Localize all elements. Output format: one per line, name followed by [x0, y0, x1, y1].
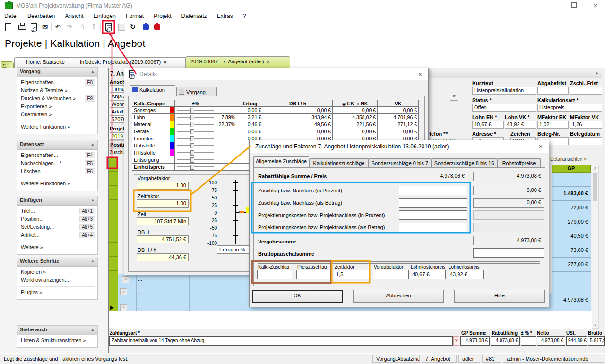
sidebar-item-eigenschaften[interactable]: Eigenschaften...F8 — [17, 79, 97, 87]
menu-bearbeiten[interactable]: Bearbeiten — [23, 11, 59, 21]
firma-field[interactable]: Firma — [110, 85, 126, 93]
percent-slider[interactable] — [175, 156, 216, 164]
lohnerloespreis-input[interactable]: 43,92 € — [448, 270, 484, 279]
gp-cell[interactable] — [552, 286, 591, 293]
sidebar-item-titel[interactable]: Titel...Alt+1 — [17, 208, 97, 216]
percent-slider[interactable] — [175, 121, 216, 128]
collapse-icon[interactable]: ▲ — [91, 69, 95, 74]
tab-kalkulation[interactable]: Kalkulation — [130, 85, 175, 96]
vorgabefaktor-field[interactable]: 1,00 — [137, 182, 189, 190]
plugin-blue-icon[interactable] — [141, 22, 151, 32]
zeit-field[interactable]: 107 Std 7 Min — [137, 217, 189, 225]
zeitfaktor-field[interactable]: 1,00 — [137, 199, 189, 208]
expand-button[interactable]: » — [122, 276, 129, 283]
gp-cell[interactable] — [552, 272, 591, 286]
redo-icon[interactable]: ↷ — [64, 22, 75, 32]
zuschlaege-row-label[interactable]: Zuschlä — [110, 150, 124, 155]
percent-slider[interactable] — [175, 149, 216, 156]
sidebar-item-plugins[interactable]: Plugins » — [17, 289, 97, 297]
mfaktor-ek-field[interactable]: 1,02 — [537, 121, 569, 129]
percent-slider[interactable] — [175, 164, 216, 171]
strasse-field[interactable]: Wohnu — [110, 100, 126, 108]
gp-cell[interactable]: 1.483,00 € — [552, 187, 591, 201]
sidebar-item-weitere[interactable]: Weitere » — [17, 244, 97, 252]
menu-format[interactable]: Format — [121, 11, 148, 21]
new-document-icon[interactable] — [3, 22, 13, 32]
refresh-icon[interactable]: ↻ — [128, 22, 138, 32]
gp-cell[interactable]: 279,00 € — [552, 215, 591, 229]
netto-field[interactable]: 4.973,08 € — [537, 336, 565, 346]
menu-ansicht[interactable]: Ansicht — [60, 11, 87, 21]
menu-datei[interactable]: Datei — [0, 11, 22, 21]
menu-einfuegen[interactable]: Einfügen — [89, 11, 120, 21]
sidebar-item-exportieren[interactable]: Exportieren » — [17, 103, 97, 111]
sidebar-item-uebermitteln[interactable]: Übermitteln » — [17, 111, 97, 119]
row-selector-column[interactable] — [109, 157, 118, 311]
sidebar-item-set-leistung[interactable]: Set/Leistung...Alt+5 — [17, 224, 97, 232]
clear-payment-icon[interactable]: x — [453, 336, 459, 346]
prozent-field[interactable] — [521, 336, 536, 346]
radio-on-icon[interactable]: ◉ — [342, 102, 346, 106]
sidebar-item-drucken[interactable]: Drucken & Verbuchen »F9 — [17, 95, 97, 103]
tab-close-icon[interactable]: × — [267, 59, 269, 64]
menu-datensatz[interactable]: Datensatz — [177, 11, 211, 21]
sidebar-item-ds-weitere-funktionen[interactable]: Weitere Funktionen » — [17, 180, 97, 188]
tab-sonderzuschlaege-0-7[interactable]: Sonderzuschläge 0 bis 7 — [369, 158, 431, 168]
move-up-icon[interactable]: ⇧ — [78, 22, 88, 32]
gp-cell[interactable]: 72,00 € — [552, 201, 591, 215]
sidebar-item-workflow[interactable]: Workflow anzeigen... — [17, 277, 97, 285]
belegdatum-field[interactable] — [570, 137, 602, 145]
scroll-down-icon[interactable]: ∨ — [592, 323, 598, 327]
percent-slider[interactable] — [175, 114, 216, 121]
menu-hilfe[interactable]: ? — [239, 11, 251, 21]
abgabefrist-field[interactable] — [537, 87, 569, 95]
preiszuschlag-input[interactable] — [296, 270, 331, 279]
collapse-icon[interactable]: ▲ — [91, 259, 95, 263]
sidebar-item-nachschlagen[interactable]: Nachschlagen... *F5 — [17, 160, 97, 168]
sidebar-item-loeschen[interactable]: LöschenF6 — [17, 168, 97, 176]
vorgabefaktor-bottom-input[interactable] — [373, 270, 409, 279]
scrollbar-thumb[interactable] — [593, 173, 597, 201]
gp-cell[interactable]: 73,00 € — [552, 243, 591, 258]
vertical-scrollbar[interactable]: ∧ ∨ — [592, 165, 599, 329]
sidebar-item-listen[interactable]: Listen & Strukturansichten » — [17, 337, 97, 345]
collapse-icon[interactable]: ▲ — [91, 328, 95, 332]
gp-summe-field[interactable]: 4.973,08 € — [460, 336, 490, 346]
db2-field[interactable]: 4.751,52 € — [137, 235, 189, 243]
menu-extras[interactable]: Extras — [213, 11, 237, 21]
name-field[interactable]: Anja A — [110, 93, 126, 100]
radio-off-icon[interactable]: ○ — [357, 102, 359, 106]
plugin-red-icon[interactable] — [152, 22, 163, 32]
table-row[interactable]: Sonstiges0,00 €0,00 €0,00 €0,00 € — [132, 107, 419, 114]
print-icon[interactable] — [17, 22, 27, 32]
kurztext-field[interactable]: Listenpreiskalkulation — [472, 87, 536, 95]
detailansichten-link[interactable]: Detailansichten » — [550, 156, 597, 162]
tab-angebot[interactable]: 2019.00067 - 7. Angebot (adler)× — [185, 56, 290, 69]
collapse-icon[interactable]: ▲ — [91, 142, 95, 147]
move-down-icon[interactable]: ⇩ — [89, 22, 99, 32]
kalk-zuschlag-input[interactable] — [257, 270, 292, 279]
percent-slider[interactable] — [175, 128, 216, 135]
tab-allgemeine-zuschlaege[interactable]: Allgemeine Zuschläge — [253, 156, 309, 167]
close-button[interactable]: × — [585, 0, 605, 11]
zeitfaktor-bottom-input[interactable]: 1,5 — [334, 270, 370, 279]
adresszeile-field[interactable]: Adalbe — [110, 108, 126, 115]
sidebar-item-ds-eigenschaften[interactable]: Eigenschaften...F4 — [17, 152, 97, 160]
plz-field[interactable]: 52070 — [110, 115, 126, 123]
collapse-icon[interactable]: ▲ — [595, 71, 599, 75]
sidebar-item-artikel[interactable]: Artikel...Alt+4 — [17, 232, 97, 240]
tab-close-icon[interactable]: × — [164, 59, 166, 65]
placeholder-icon[interactable] — [116, 22, 127, 32]
sidebar-item-notizen[interactable]: Notizen & Termine » — [17, 87, 97, 95]
expand-button[interactable]: » — [120, 288, 127, 295]
kalkulationsart-field[interactable]: Listenpreis — [537, 104, 602, 112]
details-icon[interactable] — [103, 22, 113, 32]
ust-field[interactable]: 944,89 € — [566, 336, 587, 346]
zahlungsart-field[interactable]: Zahlbar innerhalb von 14 Tagen ohne Abzu… — [109, 336, 453, 346]
email-icon[interactable]: ✉ — [40, 22, 50, 32]
signature-button[interactable]: ≈ — [450, 93, 458, 101]
gp-total-cell[interactable]: 4.973,08 € — [552, 293, 591, 311]
table-row[interactable]: Geräte0,00 €0,00 €0,00 €0,00 € — [132, 128, 419, 135]
zschl-frist-field[interactable] — [570, 87, 602, 95]
restore-button[interactable] — [563, 0, 584, 11]
